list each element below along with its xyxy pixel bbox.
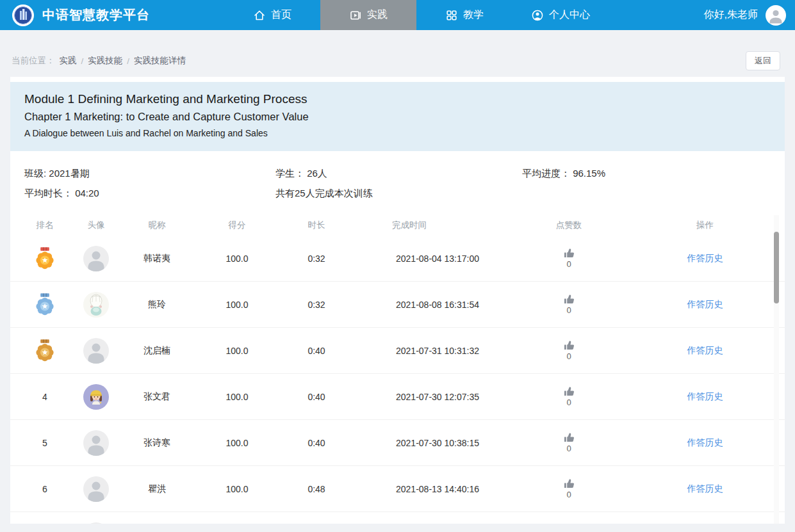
rank-cell (19, 339, 70, 363)
likes-cell: 0 (524, 478, 614, 499)
default-avatar (83, 246, 109, 271)
table-row: 沈启楠 100.0 0:40 2021-07-31 10:31:32 0 作答历… (10, 328, 785, 374)
brand: 中语智慧教学平台 (12, 3, 150, 27)
column-header: 时长 (282, 220, 351, 231)
student-name: 瞿洪 (122, 483, 192, 495)
breadcrumb: 当前位置： 实践/实践技能/实践技能详情 (12, 55, 186, 67)
detail-card: Module 1 Defining Marketing and Marketin… (10, 77, 785, 524)
main-nav: 首页 实践 教学 个人中心 (224, 0, 609, 30)
score: 100.0 (192, 484, 282, 494)
action-cell: 作答历史 (614, 253, 776, 264)
column-header: 点赞数 (524, 220, 614, 231)
duration: 0:32 (282, 300, 351, 310)
thumbs-up-icon[interactable] (564, 294, 575, 305)
finish-time: 2021-08-13 14:40:16 (351, 484, 524, 494)
students-stat: 学生： 26人 (275, 166, 373, 181)
default-avatar (83, 476, 109, 502)
back-button[interactable]: 返回 (746, 51, 780, 70)
avatar-cell (70, 246, 122, 271)
home-icon (253, 9, 266, 22)
medal-icon (34, 339, 56, 363)
personal-center-icon (531, 9, 544, 22)
avg-progress-stat: 平均进度： 96.15% (522, 166, 605, 181)
score: 100.0 (192, 346, 282, 356)
like-count: 0 (566, 305, 571, 315)
student-name: 韩诺夷 (122, 253, 192, 264)
girl-hat-avatar (83, 384, 109, 410)
course-info-box: Module 1 Defining Marketing and Marketin… (10, 82, 785, 151)
like-count: 0 (566, 259, 571, 269)
lesson-title: A Dialogue between Luis and Rachel on Ma… (24, 128, 771, 138)
rank-cell (19, 246, 70, 271)
student-name: 张文君 (122, 391, 192, 403)
nav-item-user[interactable]: 个人中心 (512, 0, 609, 30)
student-name: 熊玲 (122, 299, 192, 310)
nav-item-video[interactable]: 实践 (320, 0, 416, 30)
history-link[interactable]: 作答历史 (687, 391, 723, 403)
column-header: 昵称 (122, 220, 192, 231)
avg-time-stat: 平均时长： 04:20 (24, 186, 99, 200)
table-row: 熊玲 100.0 0:32 2021-08-08 16:31:54 0 作答历史 (10, 282, 785, 328)
breadcrumb-item[interactable]: 实践技能 (88, 55, 122, 67)
module-title: Module 1 Defining Marketing and Marketin… (24, 92, 771, 106)
default-avatar (83, 430, 109, 456)
scrollbar-thumb[interactable] (774, 232, 779, 303)
rank-cell (19, 293, 70, 317)
top-navbar: 中语智慧教学平台 首页 实践 教学 (0, 0, 795, 30)
rank-cell: 4 (19, 392, 70, 402)
rank-number: 4 (42, 392, 47, 402)
likes-cell: 0 (524, 432, 614, 453)
nav-item-label: 教学 (463, 8, 484, 22)
thumbs-up-icon[interactable] (564, 340, 575, 351)
breadcrumb-separator: / (81, 56, 84, 66)
rank-number: 5 (42, 438, 47, 448)
score: 100.0 (192, 300, 282, 310)
history-link[interactable]: 作答历史 (687, 299, 723, 310)
completed-stat: 共有25人完成本次训练 (275, 186, 373, 200)
duration: 0:48 (282, 484, 351, 494)
duration: 0:40 (282, 346, 351, 356)
university-logo-icon (12, 4, 35, 27)
nav-item-label: 个人中心 (549, 8, 590, 22)
breadcrumb-separator: / (127, 56, 129, 66)
rank-cell: 6 (19, 484, 70, 494)
finish-time: 2021-08-08 16:31:54 (351, 300, 524, 310)
history-link[interactable]: 作答历史 (687, 437, 723, 449)
nav-item-label: 首页 (271, 8, 291, 22)
table-row: 5 张诗寒 100.0 0:40 2021-07-30 10:38:15 (10, 420, 785, 466)
column-header: 完成时间 (351, 220, 524, 231)
thumbs-up-icon[interactable] (564, 478, 575, 489)
rank-number: 6 (42, 484, 47, 494)
table-row (10, 512, 785, 524)
action-cell: 作答历史 (614, 299, 776, 310)
nav-item-home[interactable]: 首页 (224, 0, 320, 30)
avatar-cell (70, 292, 122, 318)
chapter-title: Chapter 1 Marketing: to Create and Captu… (24, 111, 771, 123)
stats-section: 班级: 2021暑期 平均时长： 04:20 学生： 26人 共有25人完成本次… (24, 166, 771, 211)
score: 100.0 (192, 254, 282, 264)
history-link[interactable]: 作答历史 (687, 345, 723, 357)
bottom-strip (0, 524, 795, 532)
likes-cell: 0 (524, 248, 614, 269)
table-body: 韩诺夷 100.0 0:32 2021-08-04 13:17:00 0 作答历… (10, 236, 785, 524)
thumbs-up-icon[interactable] (564, 432, 575, 443)
user-avatar[interactable] (766, 5, 786, 26)
thumbs-up-icon[interactable] (564, 248, 575, 259)
nav-item-grid[interactable]: 教学 (416, 0, 512, 30)
action-cell: 作答历史 (614, 345, 776, 357)
table-row: 4 张文君 100.0 0:40 2021-07-30 12:07:35 (10, 374, 785, 420)
history-link[interactable]: 作答历史 (687, 483, 723, 495)
avatar-cell (70, 384, 122, 410)
finish-time: 2021-07-31 10:31:32 (351, 346, 524, 356)
avatar-cell (70, 338, 122, 364)
history-link[interactable]: 作答历史 (687, 253, 723, 264)
like-count: 0 (566, 398, 571, 407)
student-name: 沈启楠 (122, 345, 192, 357)
girl-sketch-avatar (83, 292, 109, 318)
breadcrumb-item[interactable]: 实践 (60, 55, 77, 67)
thumbs-up-icon[interactable] (564, 386, 575, 397)
like-count: 0 (566, 490, 571, 499)
breadcrumb-item[interactable]: 实践技能详情 (134, 55, 186, 67)
table-row: 6 瞿洪 100.0 0:48 2021-08-13 14:40:16 0 (10, 466, 785, 512)
table-row: 韩诺夷 100.0 0:32 2021-08-04 13:17:00 0 作答历… (10, 236, 785, 282)
